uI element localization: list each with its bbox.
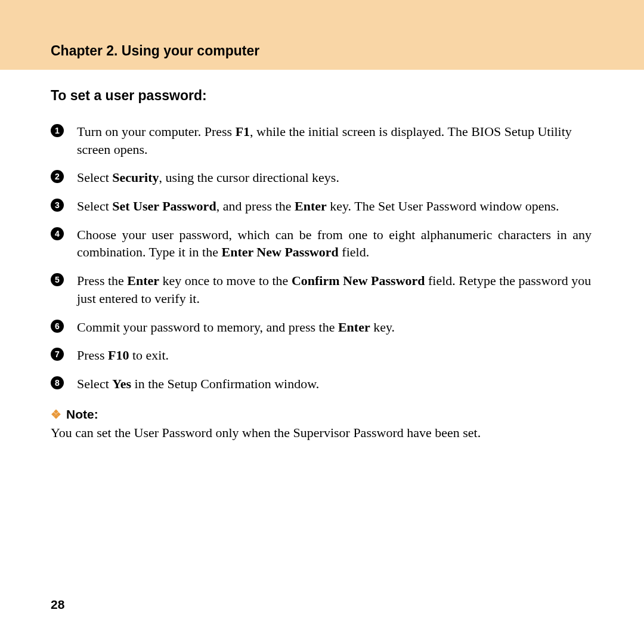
step-item: 8Select Yes in the Setup Confirmation wi… xyxy=(51,375,592,393)
note-block: ❖ Note: You can set the User Password on… xyxy=(51,407,592,442)
header-band: Chapter 2. Using your computer xyxy=(0,0,644,70)
steps-list: 1Turn on your computer. Press F1, while … xyxy=(51,123,592,393)
document-page: Chapter 2. Using your computer To set a … xyxy=(0,0,644,644)
step-text: Press F10 to exit. xyxy=(77,346,592,364)
step-bullet: 3 xyxy=(51,197,77,212)
step-bullet: 6 xyxy=(51,318,77,333)
diamond-icon: ❖ xyxy=(51,408,61,420)
step-item: 3Select Set User Password, and press the… xyxy=(51,197,592,215)
step-text: Select Set User Password, and press the … xyxy=(77,197,592,215)
step-item: 7Press F10 to exit. xyxy=(51,346,592,364)
step-number-icon: 5 xyxy=(51,273,64,286)
step-item: 2Select Security, using the cursor direc… xyxy=(51,169,592,187)
step-number-icon: 4 xyxy=(51,227,64,240)
section-heading: To set a user password: xyxy=(51,88,592,104)
step-text: Turn on your computer. Press F1, while t… xyxy=(77,123,592,158)
step-text: Choose your user password, which can be … xyxy=(77,226,592,261)
chapter-title: Chapter 2. Using your computer xyxy=(51,43,644,59)
step-number-icon: 1 xyxy=(51,124,64,137)
step-number-icon: 8 xyxy=(51,376,64,389)
step-text: Select Yes in the Setup Confirmation win… xyxy=(77,375,592,393)
note-heading: ❖ Note: xyxy=(51,407,592,422)
step-bullet: 5 xyxy=(51,272,77,286)
step-text: Press the Enter key once to move to the … xyxy=(77,272,592,307)
note-text: You can set the User Password only when … xyxy=(51,424,592,442)
step-item: 6Commit your password to memory, and pre… xyxy=(51,318,592,336)
content-area: To set a user password: 1Turn on your co… xyxy=(0,70,644,441)
step-bullet: 8 xyxy=(51,375,77,389)
step-number-icon: 7 xyxy=(51,348,64,361)
step-bullet: 2 xyxy=(51,169,77,183)
step-bullet: 1 xyxy=(51,123,77,137)
step-bullet: 7 xyxy=(51,346,77,361)
step-item: 5Press the Enter key once to move to the… xyxy=(51,272,592,307)
step-number-icon: 3 xyxy=(51,199,64,212)
step-item: 4Choose your user password, which can be… xyxy=(51,226,592,261)
step-item: 1Turn on your computer. Press F1, while … xyxy=(51,123,592,158)
step-text: Commit your password to memory, and pres… xyxy=(77,318,592,336)
step-number-icon: 6 xyxy=(51,320,64,333)
step-number-icon: 2 xyxy=(51,170,64,183)
step-text: Select Security, using the cursor direct… xyxy=(77,169,592,187)
step-bullet: 4 xyxy=(51,226,77,240)
page-number: 28 xyxy=(51,597,64,612)
header-inner: Chapter 2. Using your computer xyxy=(0,17,644,59)
note-label: Note: xyxy=(66,407,98,422)
